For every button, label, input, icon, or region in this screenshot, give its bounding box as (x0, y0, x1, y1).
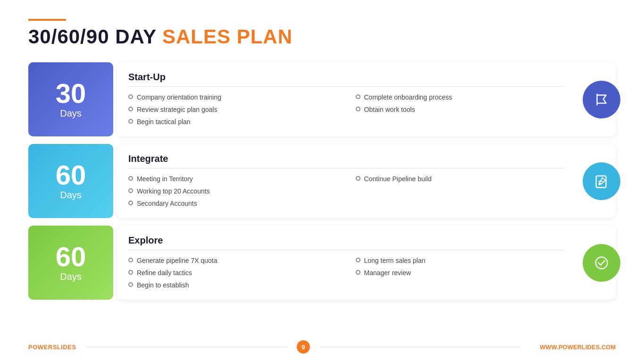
check-icon (593, 254, 611, 272)
day-number: 60 (56, 243, 86, 270)
bullet-icon (128, 258, 133, 262)
card-icon-edit (583, 162, 620, 200)
list-item: Review strategic plan goals (128, 105, 337, 115)
card-right-30-days: Start-UpCompany orientation trainingRevi… (117, 62, 616, 136)
bullet-icon (128, 188, 133, 193)
brand-black: POWER (28, 344, 53, 351)
bullet-icon (128, 176, 133, 181)
title-row: 30/60/90 DAY SALES PLAN (28, 25, 616, 48)
footer-page-number: 9 (297, 340, 310, 354)
bullet-icon (356, 176, 360, 181)
title-orange: SALES PLAN (162, 25, 293, 48)
slide: 30/60/90 DAY SALES PLAN 30 Days Start-Up… (0, 0, 644, 362)
card-section-title: Integrate (128, 153, 564, 164)
card-right-60-days-integrate: IntegrateMeeting in TerritoryWorking top… (117, 144, 616, 218)
list-item: Refine daily tactics (128, 268, 337, 278)
bullet-text: Secondary Accounts (137, 199, 197, 209)
list-item: Complete onboarding process (356, 93, 564, 102)
footer-left-line (86, 347, 287, 347)
bullet-icon (128, 201, 133, 205)
bullet-text: Begin tactical plan (137, 117, 191, 127)
bullet-icon (356, 94, 360, 99)
bullet-icon (128, 282, 133, 287)
list-item: Continue Pipeline build (356, 174, 564, 184)
card-col-left: Meeting in TerritoryWorking top 20 Accou… (128, 174, 337, 209)
card-30-days: 30 Days Start-UpCompany orientation trai… (28, 62, 616, 136)
bullet-icon (128, 119, 133, 124)
bullet-text: Review strategic plan goals (137, 105, 217, 115)
list-item: Obtain work tools (356, 105, 564, 115)
card-content: Generate pipeline 7X quotaRefine daily t… (128, 256, 564, 290)
list-item: Company orientation training (128, 93, 337, 102)
svg-rect-0 (596, 176, 606, 187)
footer: POWERSLIDES 9 WWW.POWERLIDES.COM (28, 340, 616, 354)
day-label: Days (60, 271, 82, 282)
bullet-text: Long term sales plan (364, 256, 426, 266)
edit-icon (593, 172, 611, 190)
card-60-days-integrate: 60 Days IntegrateMeeting in TerritoryWor… (28, 144, 616, 218)
card-col-left: Company orientation trainingReview strat… (128, 93, 337, 127)
list-item: Manager review (356, 268, 564, 278)
list-item: Generate pipeline 7X quota (128, 256, 337, 266)
bullet-icon (356, 258, 360, 262)
list-item: Begin to establish (128, 280, 337, 290)
list-item: Meeting in Territory (128, 174, 337, 184)
bullet-icon (128, 94, 133, 99)
card-divider (128, 168, 564, 168)
day-label: Days (60, 108, 82, 119)
day-number: 60 (56, 161, 86, 189)
brand-orange: SLIDES (53, 344, 76, 351)
bullet-icon (128, 270, 133, 275)
card-divider (128, 86, 564, 87)
card-left-60-days-integrate: 60 Days (28, 144, 113, 218)
title-black: 30/60/90 DAY (28, 25, 157, 48)
card-content: Meeting in TerritoryWorking top 20 Accou… (128, 174, 564, 209)
flag-icon (593, 91, 611, 109)
card-left-60-days-explore: 60 Days (28, 226, 113, 300)
card-content: Company orientation trainingReview strat… (128, 93, 564, 127)
cards-container: 30 Days Start-UpCompany orientation trai… (28, 62, 616, 300)
card-col-left: Generate pipeline 7X quotaRefine daily t… (128, 256, 337, 290)
footer-right-line (319, 347, 521, 347)
bullet-icon (128, 107, 133, 111)
svg-point-1 (596, 257, 608, 269)
bullet-text: Begin to establish (137, 280, 189, 290)
header-accent-line (28, 19, 66, 21)
bullet-text: Manager review (364, 268, 411, 278)
day-number: 30 (56, 80, 86, 107)
card-left-30-days: 30 Days (28, 62, 113, 136)
card-col-right: Continue Pipeline build (356, 174, 564, 209)
bullet-text: Meeting in Territory (137, 174, 193, 184)
list-item: Secondary Accounts (128, 199, 337, 209)
list-item: Begin tactical plan (128, 117, 337, 127)
list-item: Long term sales plan (356, 256, 564, 266)
bullet-text: Complete onboarding process (364, 93, 452, 102)
bullet-icon (356, 270, 360, 275)
day-label: Days (60, 190, 82, 201)
bullet-text: Company orientation training (137, 93, 221, 102)
card-col-right: Complete onboarding processObtain work t… (356, 93, 564, 127)
card-icon-flag (583, 81, 620, 118)
card-right-60-days-explore: ExploreGenerate pipeline 7X quotaRefine … (117, 226, 616, 300)
bullet-text: Refine daily tactics (137, 268, 192, 278)
bullet-text: Continue Pipeline build (364, 174, 432, 184)
card-section-title: Start-Up (128, 72, 564, 83)
list-item: Working top 20 Accounts (128, 186, 337, 196)
footer-brand: POWERSLIDES (28, 344, 76, 351)
card-icon-check (583, 244, 620, 282)
bullet-text: Generate pipeline 7X quota (137, 256, 217, 266)
card-60-days-explore: 60 Days ExploreGenerate pipeline 7X quot… (28, 226, 616, 300)
card-section-title: Explore (128, 235, 564, 246)
card-col-right: Long term sales planManager review (356, 256, 564, 290)
bullet-text: Obtain work tools (364, 105, 415, 115)
bullet-text: Working top 20 Accounts (137, 186, 210, 196)
footer-url: WWW.POWERLIDES.COM (540, 344, 616, 351)
bullet-icon (356, 107, 360, 111)
card-divider (128, 250, 564, 250)
